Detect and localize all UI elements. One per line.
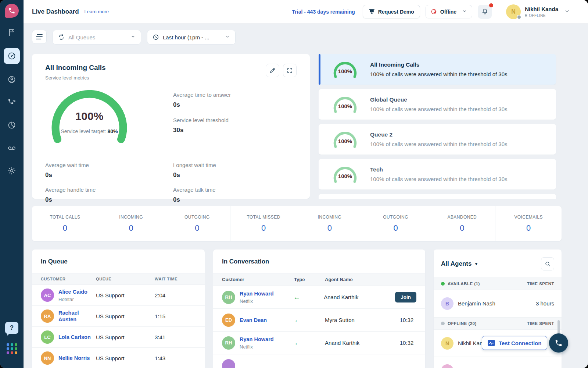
in-conversation-title: In Conversation: [213, 250, 425, 273]
sidebar-item-call-metrics[interactable]: [4, 95, 20, 110]
metric-label: Average wait time: [45, 162, 173, 168]
table-row: RA Rachael Austen US Support 1:15: [32, 306, 205, 327]
queue-card[interactable]: 100% Queue 2 100% of calls were answered…: [319, 124, 556, 155]
topbar-right: Trial - 443 days remaining Request Demo …: [292, 0, 570, 23]
in-conversation-rows: RH Ryan Howard Netflix ← Anand Karthik: [213, 286, 425, 368]
presentation-icon: [369, 8, 375, 15]
app-logo[interactable]: [5, 4, 19, 18]
time-range-dropdown[interactable]: Last hour (1pm - ...: [147, 30, 236, 45]
table-row: AC Alice Caido Hotstar US Support 2:04: [32, 285, 205, 306]
queues-dropdown[interactable]: All Queues: [53, 30, 141, 45]
time-range-value: Last hour (1pm - ...: [163, 34, 221, 40]
queue-description: 100% of calls were answered within the t…: [370, 141, 508, 147]
agent-time-spent: 3 hours: [536, 300, 554, 307]
sidebar-item-contacts[interactable]: [4, 72, 20, 87]
customer-name-link[interactable]: Evan Dean: [240, 317, 267, 323]
agent-name: Benjamin Nash: [458, 300, 495, 307]
customer-name-link[interactable]: Ryan Howard: [240, 291, 274, 297]
sidebar-item-voicemail[interactable]: [4, 141, 20, 155]
chevron-down-icon[interactable]: [564, 8, 570, 15]
menu-button[interactable]: [32, 30, 47, 44]
wait-time-cell: 3:41: [155, 334, 196, 340]
customer-name-link[interactable]: Alice Caido: [58, 289, 87, 295]
pulse-icon: [488, 340, 495, 346]
page-title: Live Dashboard: [32, 8, 79, 15]
in-conversation-header: Customer Type Agent Name: [213, 273, 425, 286]
queue-name: All Incoming Calls: [370, 61, 508, 68]
call-duration-cell: 10:32: [400, 340, 414, 346]
avatar: NN: [41, 351, 54, 365]
learn-more-link[interactable]: Learn more: [85, 9, 109, 14]
notifications-button[interactable]: [478, 5, 492, 19]
help-icon[interactable]: ?: [5, 322, 18, 334]
phone-dialer-fab[interactable]: [549, 333, 568, 353]
request-demo-label: Request Demo: [378, 9, 414, 15]
column-header-customer: Customer: [222, 277, 294, 282]
stat-label: TOTAL MISSED: [247, 215, 280, 220]
customer-name-link[interactable]: Lola Carlson: [58, 334, 91, 340]
service-metrics-grid: Average wait time 0s Longest wait time 0…: [45, 162, 297, 204]
offline-label: OFFLINE (20): [441, 321, 477, 326]
sidebar-item-onboarding[interactable]: [4, 25, 20, 40]
service-level-card: All Incoming Calls Service level metrics: [32, 54, 310, 199]
edit-widget-button[interactable]: [266, 64, 279, 77]
wait-time-cell: 1:15: [155, 313, 196, 319]
agent-name-cell: Myra Sutton: [325, 317, 397, 323]
user-profile-menu[interactable]: N Nikhil Kanda OFFLINE: [506, 4, 570, 19]
caret-down-icon[interactable]: ▼: [474, 262, 478, 266]
apps-grid-icon[interactable]: [7, 343, 17, 354]
in-queue-rows: AC Alice Caido Hotstar US Support 2:04: [32, 285, 205, 368]
column-header-wait-time: WAIT TIME: [155, 277, 196, 281]
customer-name-link[interactable]: Rachael Austen: [58, 310, 79, 322]
customer-company: Netflix: [240, 298, 274, 304]
agent-status-select[interactable]: Offline: [426, 5, 472, 18]
chevron-down-icon: [225, 34, 230, 40]
queue-cell: US Support: [96, 355, 155, 361]
expand-widget-button[interactable]: [283, 64, 297, 77]
column-header-queue: QUEUE: [96, 277, 155, 281]
metric-label: Average talk time: [173, 187, 297, 193]
trial-banner[interactable]: Trial - 443 days remaining: [292, 9, 355, 15]
sidebar-item-dashboard[interactable]: [4, 48, 20, 64]
test-connection-button[interactable]: Test Connection: [482, 336, 547, 350]
agents-filter-dropdown[interactable]: All Agents: [441, 260, 472, 268]
sidebar-item-settings[interactable]: [4, 163, 20, 178]
stat-value: 0: [526, 223, 531, 233]
queue-card[interactable]: [319, 194, 556, 199]
table-row: LC Lola Carlson US Support 3:41: [32, 327, 205, 348]
metric: Average wait time 0s: [45, 162, 173, 179]
edit-pencil-icon: [269, 67, 276, 74]
queue-list: 100% All Incoming Calls 100% of calls we…: [319, 54, 562, 199]
queue-card[interactable]: 100% All Incoming Calls 100% of calls we…: [319, 54, 556, 85]
avatar: N: [441, 337, 453, 350]
gauge-value: 100%: [45, 110, 133, 123]
customer-name-link[interactable]: Nellie Norris: [58, 355, 90, 361]
incoming-call-arrow-icon: ←: [294, 339, 325, 347]
stat-label: ABANDONED: [448, 215, 477, 220]
stat-value: 0: [261, 223, 266, 233]
agent-search-button[interactable]: [541, 257, 554, 270]
sidebar-item-reports[interactable]: [4, 118, 20, 132]
avatar: ED: [222, 314, 235, 327]
table-row: RH Ryan Howard Netflix ← Anand Karthik: [213, 332, 425, 354]
queue-gauge: 100%: [330, 94, 361, 115]
queue-card[interactable]: 100% Tech 100% of calls were answered wi…: [319, 159, 556, 190]
stat-cell: OUTGOING 0: [363, 206, 429, 241]
time-spent-header: TIME SPENT: [527, 282, 554, 286]
customer-name-link[interactable]: Ryan Howard: [240, 336, 274, 342]
stat-cell: ABANDONED 0: [429, 206, 495, 241]
agents-available-section-header: AVAILABLE (1) TIME SPENT: [434, 277, 562, 290]
incoming-call-arrow-icon: ←: [294, 316, 325, 324]
stat-cell: VOICEMAILS 0: [495, 206, 562, 241]
settings-gear-icon: [7, 166, 16, 175]
phone-icon: [555, 339, 563, 347]
join-call-button[interactable]: Join: [395, 292, 416, 302]
queue-card[interactable]: 100% Global Queue 100% of calls were ans…: [319, 89, 556, 120]
metric-label: Average time to answer: [173, 92, 231, 98]
metric-value: 30s: [173, 127, 231, 134]
service-metrics-right: Average time to answer 0s Service level …: [173, 89, 231, 145]
request-demo-button[interactable]: Request Demo: [363, 5, 420, 18]
service-card-title: All Incoming Calls: [45, 64, 106, 72]
agents-offline-section-header: OFFLINE (20) TIME SPENT: [434, 317, 562, 330]
queue-gauge-value: 100%: [330, 68, 361, 74]
